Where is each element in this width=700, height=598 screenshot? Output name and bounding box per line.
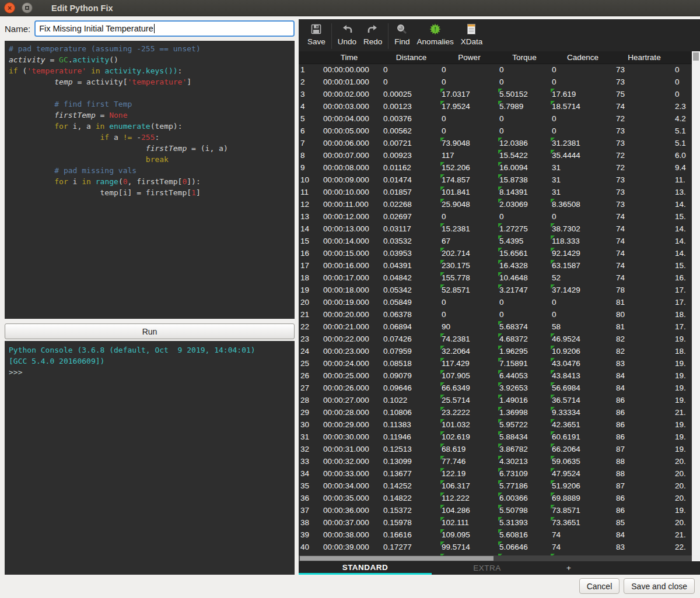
table-cell[interactable]: 73 [615,76,674,89]
table-cell[interactable]: 152.206 [440,162,498,174]
table-cell[interactable]: 0.03532 [382,235,440,248]
table-cell[interactable]: 86 [615,419,674,431]
redo-button[interactable]: Redo [360,22,386,46]
table-cell[interactable]: 107.905 [440,370,498,382]
table-cell[interactable]: 0.16616 [382,529,440,541]
table-cell[interactable]: 52 [551,272,615,284]
table-row[interactable]: 3000:00:29.0000.11383101.0325.9572242.36… [299,419,700,431]
row-number[interactable]: 15 [299,235,316,248]
table-cell[interactable]: 5.50152 [498,89,551,101]
row-number[interactable]: 25 [299,358,316,370]
table-cell[interactable]: 0 [498,297,551,309]
table-cell[interactable]: 0.07426 [382,333,440,346]
table-cell[interactable]: 0 [440,297,498,309]
table-cell[interactable]: 00:00:18.000 [316,284,382,297]
table-cell[interactable]: 0.07959 [382,346,440,358]
table-cell[interactable]: 00:00:25.000 [316,370,382,382]
table-cell[interactable]: 101.841 [440,187,498,199]
horizontal-scrollbar[interactable] [299,555,692,561]
table-cell[interactable]: 43.8413 [551,370,615,382]
table-cell[interactable]: 0.03117 [382,223,440,235]
table-row[interactable]: 1400:00:13.0000.0311715.23811.2727538.73… [299,223,700,235]
table-cell[interactable]: 00:00:11.000 [316,199,382,211]
row-number[interactable]: 34 [299,468,316,480]
table-cell[interactable]: 00:00:29.000 [316,419,382,431]
table-cell[interactable]: 58 [551,321,615,333]
table-cell[interactable]: 0.05342 [382,284,440,297]
table-cell[interactable]: 47.9524 [551,468,615,480]
table-row[interactable]: 1300:00:12.0000.026970007415. [299,211,700,223]
table-cell[interactable]: 00:00:16.000 [316,260,382,272]
table-cell[interactable]: 73 [615,187,674,199]
table-cell[interactable]: 0 [551,297,615,309]
table-cell[interactable]: 4.30213 [498,456,551,468]
table-cell[interactable]: 31 [551,162,615,174]
table-cell[interactable]: 0 [551,309,615,321]
close-window-icon[interactable]: × [4,2,15,13]
table-cell[interactable]: 73.3651 [551,517,615,529]
table-cell[interactable]: 0.05849 [382,297,440,309]
table-cell[interactable]: 15.6561 [498,248,551,260]
python-code-editor[interactable]: # pad temperature (assuming -255 == unse… [5,41,295,319]
row-number[interactable]: 19 [299,284,316,297]
table-row[interactable]: 3900:00:38.0000.16616109.0955.6081674842… [299,529,700,541]
table-cell[interactable]: 86 [615,407,674,419]
row-number[interactable]: 21 [299,309,316,321]
table-row[interactable]: 3700:00:36.0000.15372104.2865.5079873.85… [299,505,700,517]
table-cell[interactable]: 99.5714 [440,541,498,554]
table-row[interactable]: 1000:00:09.0000.01474174.85715.873831731… [299,174,700,187]
table-cell[interactable]: 67 [440,235,498,248]
table-cell[interactable]: 52.8571 [440,284,498,297]
table-cell[interactable]: 0.1022 [382,395,440,407]
row-number[interactable]: 24 [299,346,316,358]
table-row[interactable]: 800:00:07.0000.0092311715.542235.4444726… [299,150,700,162]
table-cell[interactable]: 66.2064 [551,444,615,456]
table-cell[interactable]: 51.9206 [551,480,615,493]
table-cell[interactable]: 0.06378 [382,309,440,321]
table-cell[interactable]: 32.2064 [440,346,498,358]
table-cell[interactable]: 155.778 [440,272,498,284]
table-cell[interactable]: 16.0094 [498,162,551,174]
table-cell[interactable]: 3.21747 [498,284,551,297]
table-cell[interactable]: 74 [615,260,674,272]
table-cell[interactable]: 0.09079 [382,370,440,382]
table-cell[interactable]: 0 [440,125,498,138]
column-header[interactable]: Cadence [551,51,615,64]
table-row[interactable]: 200:00:01.0000000730 [299,76,700,89]
row-number[interactable]: 26 [299,370,316,382]
table-cell[interactable]: 0 [440,76,498,89]
table-cell[interactable]: 0.15372 [382,505,440,517]
table-cell[interactable]: 10.9206 [551,346,615,358]
table-cell[interactable]: 74 [615,272,674,284]
table-cell[interactable]: 0 [382,76,440,89]
table-cell[interactable]: 31 [551,174,615,187]
table-cell[interactable]: 106.317 [440,480,498,493]
table-cell[interactable]: 102.619 [440,431,498,444]
table-cell[interactable]: 0.01474 [382,174,440,187]
table-cell[interactable]: 5.7989 [498,101,551,113]
table-cell[interactable]: 0 [440,211,498,223]
table-cell[interactable]: 59.0635 [551,456,615,468]
table-cell[interactable]: 46.9524 [551,333,615,346]
table-cell[interactable]: 0 [440,309,498,321]
run-button[interactable]: Run [5,323,295,339]
table-cell[interactable]: 3.86782 [498,444,551,456]
table-cell[interactable]: 0.00123 [382,101,440,113]
table-cell[interactable]: 0.09646 [382,382,440,395]
table-row[interactable]: 2800:00:27.0000.102225.57141.4901636.571… [299,395,700,407]
table-cell[interactable]: 83 [615,358,674,370]
row-number[interactable]: 22 [299,321,316,333]
table-row[interactable]: 3800:00:37.0000.15978102.1115.3139373.36… [299,517,700,529]
table-cell[interactable]: 00:00:19.000 [316,297,382,309]
table-cell[interactable]: 0 [498,211,551,223]
xdata-button[interactable]: XData [457,22,487,46]
table-cell[interactable]: 0 [498,309,551,321]
table-cell[interactable]: 0.01162 [382,162,440,174]
row-number[interactable]: 36 [299,493,316,505]
table-cell[interactable]: 84 [615,382,674,395]
table-cell[interactable]: 00:00:34.000 [316,480,382,493]
table-cell[interactable]: 0 [551,113,615,125]
table-cell[interactable]: 74 [551,541,615,554]
table-row[interactable]: 1600:00:15.0000.03953202.71415.656192.14… [299,248,700,260]
table-cell[interactable]: 202.714 [440,248,498,260]
